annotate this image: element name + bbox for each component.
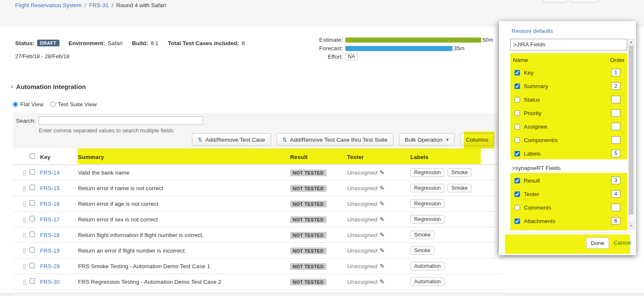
flat-view-radio[interactable] xyxy=(13,102,18,107)
label-lozenge: Regression xyxy=(410,168,445,177)
field-order-input[interactable] xyxy=(611,96,620,103)
row-checkbox[interactable] xyxy=(30,263,35,268)
scroll-up-icon[interactable]: ▲ xyxy=(628,39,634,46)
field-checkbox[interactable] xyxy=(515,218,520,224)
field-order-input[interactable]: 3 xyxy=(611,177,620,184)
edit-tester-icon[interactable]: ✎ xyxy=(380,247,385,254)
field-checkbox[interactable] xyxy=(515,205,520,210)
test-case-key-link[interactable]: FRS-15 xyxy=(40,185,60,191)
edit-tester-icon[interactable]: ✎ xyxy=(380,169,385,176)
test-case-key-link[interactable]: FRS-14 xyxy=(40,170,60,176)
field-order-input[interactable]: 1 xyxy=(611,69,620,76)
done-button[interactable]: Done xyxy=(586,237,609,249)
field-order-input[interactable] xyxy=(611,136,620,144)
field-order-input[interactable]: 5 xyxy=(611,150,620,157)
search-label: Search: xyxy=(16,118,36,124)
row-checkbox[interactable] xyxy=(30,185,35,190)
column-header-summary[interactable]: Summary xyxy=(78,154,289,160)
row-checkbox[interactable] xyxy=(30,247,35,253)
drag-handle-icon[interactable]: ⣿ xyxy=(13,263,29,269)
field-name: Attachments xyxy=(524,218,555,224)
synapsert-fields-group-header[interactable]: >synapseRT Fields xyxy=(510,163,627,174)
edit-tester-icon[interactable]: ✎ xyxy=(380,200,385,207)
search-input[interactable] xyxy=(39,116,203,125)
test-case-key-link[interactable]: FRS-16 xyxy=(40,201,60,207)
field-checkbox[interactable] xyxy=(515,83,520,89)
field-checkbox[interactable] xyxy=(515,124,520,129)
cancel-link[interactable]: Cancel xyxy=(614,239,631,246)
drag-handle-icon[interactable]: ⣿ xyxy=(13,185,29,191)
field-checkbox[interactable] xyxy=(515,178,520,183)
add-remove-thru-suite-button[interactable]: ⇅ Add/Remove Test Case thru Test Suite xyxy=(277,133,393,146)
test-case-key-link[interactable]: FRS-29 xyxy=(40,263,60,269)
field-checkbox[interactable] xyxy=(515,191,520,197)
label-lozenge: Smoke xyxy=(447,184,472,192)
row-checkbox[interactable] xyxy=(30,216,35,221)
field-order-input[interactable] xyxy=(611,123,620,130)
drag-handle-icon[interactable]: ⣿ xyxy=(13,279,29,285)
jira-fields-group-header[interactable]: >JIRA Fields xyxy=(510,39,627,51)
test-case-key-link[interactable]: FRS-18 xyxy=(40,232,60,238)
drag-handle-icon[interactable]: ⣿ xyxy=(13,170,29,176)
test-case-summary: FRS Regression Testing - Automation Demo… xyxy=(78,279,289,285)
scroll-down-icon[interactable]: ▼ xyxy=(628,223,634,229)
add-remove-test-case-button[interactable]: ⇅ Add/Remove Test Case xyxy=(192,133,271,146)
bulk-operation-button[interactable]: Bulk Operation ▾ xyxy=(399,133,455,146)
flat-view-option[interactable]: Flat View xyxy=(13,101,43,108)
columns-button[interactable]: Columns xyxy=(460,133,494,146)
table-row: ⣿FRS-17Return error if sex is not correc… xyxy=(13,212,503,227)
edit-tester-icon[interactable]: ✎ xyxy=(380,216,385,223)
column-header-tester[interactable]: Tester xyxy=(346,154,409,160)
breadcrumb-project-link[interactable]: Flight Reservation System xyxy=(15,2,82,8)
field-name: Assignee xyxy=(524,124,547,130)
column-field-row: Result3 xyxy=(510,174,627,187)
test-case-key-link[interactable]: FRS-30 xyxy=(40,279,60,285)
breadcrumb-issue-link[interactable]: FRS-31 xyxy=(89,2,109,8)
labels-cell: Smoke xyxy=(409,246,503,255)
drag-handle-icon[interactable]: ⣿ xyxy=(13,201,29,207)
field-checkbox[interactable] xyxy=(515,151,520,156)
scrollbar-thumb[interactable] xyxy=(629,46,633,215)
drag-handle-icon[interactable]: ⣿ xyxy=(13,248,29,254)
row-checkbox[interactable] xyxy=(30,200,35,206)
test-case-summary: Return error if sex is not correct xyxy=(78,216,289,223)
edit-tester-icon[interactable]: ✎ xyxy=(380,263,385,269)
test-case-key-link[interactable]: FRS-17 xyxy=(40,216,60,223)
column-header-key[interactable]: Key xyxy=(39,154,78,160)
field-order-input[interactable]: 2 xyxy=(611,82,620,90)
drag-handle-icon[interactable]: ⣿ xyxy=(13,216,29,223)
tester-name: Unassigned xyxy=(347,201,377,207)
cutoff-toolbar-button[interactable] xyxy=(543,0,567,3)
forecast-row: Forecast: 35m xyxy=(314,44,493,52)
section-expander-icon[interactable]: › xyxy=(11,83,13,90)
column-field-row: Assignee xyxy=(510,120,627,133)
field-order-input[interactable]: 6 xyxy=(611,217,620,225)
row-checkbox[interactable] xyxy=(30,231,35,237)
column-header-labels[interactable]: Labels xyxy=(409,154,503,160)
row-checkbox[interactable] xyxy=(30,169,35,175)
restore-defaults-link[interactable]: Restore defaults xyxy=(512,28,553,34)
row-checkbox[interactable] xyxy=(30,278,35,284)
field-order-input[interactable] xyxy=(611,109,620,117)
field-checkbox[interactable] xyxy=(515,70,520,75)
cutoff-toolbar-button[interactable] xyxy=(570,0,599,3)
field-checkbox[interactable] xyxy=(515,137,520,143)
field-checkbox[interactable] xyxy=(515,97,520,102)
panel-scrollbar[interactable]: ▲ ▼ xyxy=(628,39,634,229)
field-order-input[interactable] xyxy=(611,204,620,211)
select-all-checkbox[interactable] xyxy=(30,153,35,159)
column-header-result[interactable]: Result xyxy=(289,154,346,160)
forecast-bar xyxy=(345,46,453,51)
column-field-row: Component/s xyxy=(510,133,627,147)
test-suite-view-radio[interactable] xyxy=(50,102,56,107)
test-case-key-link[interactable]: FRS-19 xyxy=(40,248,60,254)
field-checkbox[interactable] xyxy=(515,110,520,116)
test-case-summary: Valid the bank name xyxy=(78,170,289,176)
field-order-input[interactable]: 4 xyxy=(611,190,620,198)
drag-handle-icon[interactable]: ⣿ xyxy=(13,232,29,238)
edit-tester-icon[interactable]: ✎ xyxy=(380,185,385,191)
edit-tester-icon[interactable]: ✎ xyxy=(380,231,385,238)
forecast-label: Forecast: xyxy=(314,45,343,51)
test-suite-view-option[interactable]: Test Suite View xyxy=(50,101,97,108)
edit-tester-icon[interactable]: ✎ xyxy=(380,278,385,285)
